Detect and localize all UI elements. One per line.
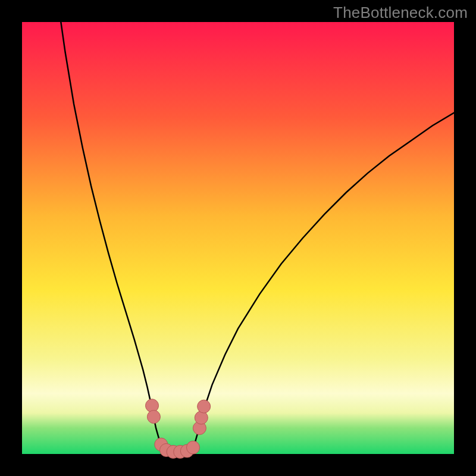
data-marker xyxy=(187,441,200,454)
bottleneck-chart xyxy=(0,0,476,476)
watermark-text: TheBottleneck.com xyxy=(333,4,468,22)
data-marker xyxy=(147,411,160,424)
data-marker xyxy=(146,399,159,412)
chart-frame: TheBottleneck.com xyxy=(0,0,476,476)
data-marker xyxy=(198,400,211,413)
plot-background xyxy=(22,22,454,454)
data-marker xyxy=(195,411,208,424)
